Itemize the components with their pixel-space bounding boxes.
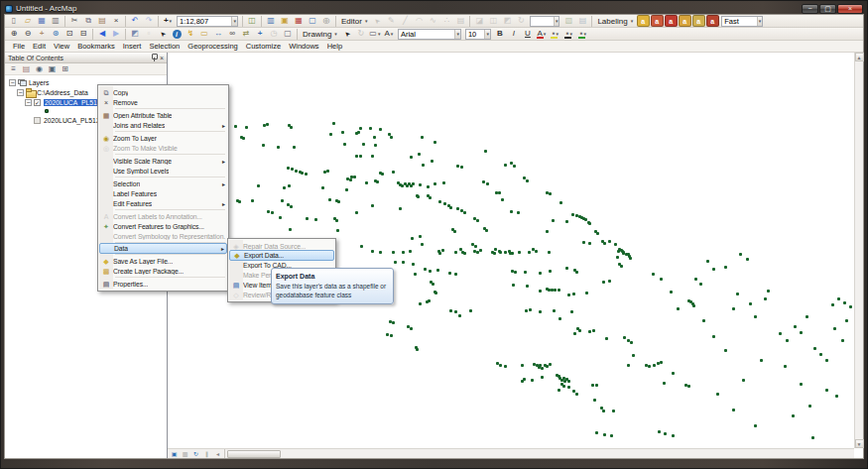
zoom-in-button[interactable]: ⊕ bbox=[8, 28, 21, 40]
collapse-expander-icon[interactable]: − bbox=[25, 99, 32, 106]
shape-tool-button[interactable]: ▭▾ bbox=[368, 28, 381, 40]
cut-button[interactable]: ✂ bbox=[68, 15, 81, 27]
menu-selection[interactable]: Selection bbox=[145, 42, 184, 51]
layer-visibility-checkbox[interactable] bbox=[34, 117, 41, 124]
refresh-view-button[interactable]: ↻ bbox=[191, 449, 201, 458]
menu-item-label-features[interactable]: Label Features bbox=[99, 188, 227, 198]
trace-tool-button[interactable]: ∿ bbox=[427, 15, 439, 27]
menu-item-convert-features-to-graphics[interactable]: ✦Convert Features to Graphics... bbox=[99, 221, 227, 231]
new-document-button[interactable]: ▯ bbox=[8, 15, 21, 27]
modelbuilder-button[interactable]: ◫ bbox=[246, 15, 259, 27]
paste-button[interactable]: ▤ bbox=[96, 15, 109, 27]
font-color-button[interactable]: A▾ bbox=[535, 28, 548, 40]
dropdown-arrow-icon[interactable]: ▾ bbox=[170, 19, 173, 24]
dropdown-arrow-icon[interactable]: ▾ bbox=[484, 30, 490, 39]
drawing-menu[interactable]: Drawing▾ bbox=[300, 30, 340, 39]
scroll-up-icon[interactable]: ▲ bbox=[855, 53, 864, 61]
menu-item-convert-symbology-to-representation[interactable]: Convert Symbology to Representation... bbox=[99, 231, 227, 241]
menu-item-create-layer-package[interactable]: ▩Create Layer Package... bbox=[99, 266, 227, 276]
edit-tool-button[interactable]: ➤ bbox=[371, 15, 384, 27]
html-popup-button[interactable]: ▭ bbox=[198, 28, 211, 40]
create-features-button[interactable]: ▧ bbox=[562, 15, 575, 27]
scroll-down-icon[interactable]: ▼ bbox=[855, 439, 864, 448]
dropdown-arrow-icon[interactable]: ▾ bbox=[378, 32, 381, 37]
pan-mode-button[interactable]: ◂ bbox=[213, 449, 223, 458]
go-to-xy-button[interactable]: + bbox=[254, 28, 267, 40]
arccatalog-button[interactable]: ▣ bbox=[279, 15, 292, 27]
redo-button[interactable]: ↷ bbox=[143, 15, 156, 27]
line-color-button[interactable]: ▪▾ bbox=[562, 28, 575, 40]
menu-item-joins-and-relates[interactable]: Joins and Relates▸ bbox=[99, 120, 227, 130]
hyperlink-button[interactable]: ↯ bbox=[185, 28, 197, 40]
add-data-button[interactable]: +▾ bbox=[162, 15, 175, 27]
menu-item-edit-features[interactable]: Edit Features▸ bbox=[99, 198, 227, 208]
zoom-out-button[interactable]: ⊖ bbox=[22, 28, 35, 40]
list-by-drawing-order-button[interactable]: ≡ bbox=[8, 63, 20, 75]
toc-options-button[interactable]: ⊞ bbox=[60, 63, 71, 75]
menu-item-properties[interactable]: ▤Properties... bbox=[99, 279, 227, 289]
font-family-combo[interactable]: Arial▾ bbox=[398, 29, 461, 40]
horizontal-scrollbar-thumb[interactable] bbox=[227, 450, 281, 458]
forward-extent-button[interactable]: ▶ bbox=[110, 28, 123, 40]
point-symbol-icon[interactable] bbox=[45, 109, 49, 113]
attributes-window-button[interactable]: ▤ bbox=[576, 15, 589, 27]
label-weight-button[interactable]: a bbox=[665, 15, 678, 27]
save-button[interactable]: ▦ bbox=[36, 15, 49, 27]
minimize-button[interactable]: − bbox=[802, 4, 818, 14]
fixed-zoom-in-button[interactable]: ⊡ bbox=[63, 28, 76, 40]
label-priority-button[interactable]: a bbox=[651, 15, 664, 27]
pause-drawing-button[interactable]: ∥ bbox=[202, 449, 212, 458]
menu-item-zoom-to-layer[interactable]: ◉Zoom To Layer bbox=[99, 133, 227, 143]
rotate-tool-button[interactable]: ↻ bbox=[515, 15, 528, 27]
identify-button[interactable]: i bbox=[171, 28, 184, 40]
select-graphics-button[interactable]: ➤ bbox=[340, 28, 353, 40]
data-view-button[interactable]: ▣ bbox=[170, 449, 180, 458]
menu-windows[interactable]: Windows bbox=[285, 42, 322, 51]
label-engine-combo[interactable]: Fast▾ bbox=[721, 16, 763, 27]
underline-button[interactable]: U bbox=[521, 28, 534, 40]
delete-button[interactable]: × bbox=[110, 15, 123, 27]
pause-labeling-button[interactable]: a bbox=[692, 15, 705, 27]
split-tool-button[interactable]: ◩ bbox=[501, 15, 514, 27]
arc-segment-button[interactable]: ◠ bbox=[413, 15, 426, 27]
close-button[interactable]: × bbox=[837, 4, 863, 14]
select-elements-button[interactable]: ➤ bbox=[157, 28, 170, 40]
edit-attributes-button[interactable]: ▤ bbox=[454, 15, 467, 27]
font-size-combo[interactable]: 10▾ bbox=[465, 29, 491, 40]
copy-button[interactable]: ⧉ bbox=[82, 15, 95, 27]
edit-vertices-button[interactable]: ∴ bbox=[440, 15, 453, 27]
menu-bookmarks[interactable]: Bookmarks bbox=[73, 42, 119, 51]
menu-item-open-attribute-table[interactable]: ▦Open Attribute Table bbox=[99, 110, 227, 120]
construction-combo[interactable]: ▾ bbox=[530, 16, 559, 27]
view-unplaced-button[interactable]: a bbox=[706, 15, 719, 27]
menu-customize[interactable]: Customize bbox=[242, 42, 285, 51]
python-window-button[interactable]: ▢ bbox=[307, 15, 319, 27]
menu-item-selection[interactable]: Selection▸ bbox=[99, 178, 227, 188]
dropdown-arrow-icon[interactable]: ▾ bbox=[757, 17, 763, 26]
menu-item-data[interactable]: Data▸ bbox=[99, 243, 227, 254]
fixed-zoom-out-button[interactable]: ⊟ bbox=[77, 28, 90, 40]
menu-item-copy[interactable]: ⧉Copy bbox=[99, 87, 227, 97]
dropdown-arrow-icon[interactable]: ▾ bbox=[557, 32, 559, 37]
lock-labels-button[interactable]: a bbox=[679, 15, 691, 27]
dropdown-arrow-icon[interactable]: ▾ bbox=[231, 17, 237, 26]
menu-item-convert-labels-to-annotation[interactable]: AConvert Labels to Annotation... bbox=[99, 211, 227, 221]
menu-geoprocessing[interactable]: Geoprocessing bbox=[184, 42, 241, 51]
menu-item-visible-scale-range[interactable]: Visible Scale Range▸ bbox=[99, 156, 227, 166]
straight-segment-button[interactable]: ╱ bbox=[399, 15, 412, 27]
clear-selection-button[interactable]: ▫ bbox=[143, 28, 156, 40]
menu-view[interactable]: View bbox=[50, 42, 73, 51]
cut-polygons-button[interactable]: ◫ bbox=[487, 15, 500, 27]
pin-panel-icon[interactable] bbox=[150, 54, 158, 61]
find-route-button[interactable]: ⇄ bbox=[240, 28, 253, 40]
list-by-selection-button[interactable]: ▣ bbox=[47, 63, 59, 75]
search-window-button[interactable]: ◎ bbox=[320, 15, 333, 27]
dropdown-arrow-icon[interactable]: ▾ bbox=[391, 32, 394, 37]
back-extent-button[interactable]: ◀ bbox=[96, 28, 109, 40]
list-by-source-button[interactable]: ▤ bbox=[21, 63, 33, 75]
menu-item-zoom-to-make-visible[interactable]: ◎Zoom To Make Visible bbox=[99, 143, 227, 153]
collapse-expander-icon[interactable]: − bbox=[9, 79, 16, 86]
dropdown-arrow-icon[interactable]: ▾ bbox=[584, 32, 587, 37]
undo-button[interactable]: ↶ bbox=[129, 15, 142, 27]
menu-file[interactable]: File bbox=[9, 42, 29, 51]
